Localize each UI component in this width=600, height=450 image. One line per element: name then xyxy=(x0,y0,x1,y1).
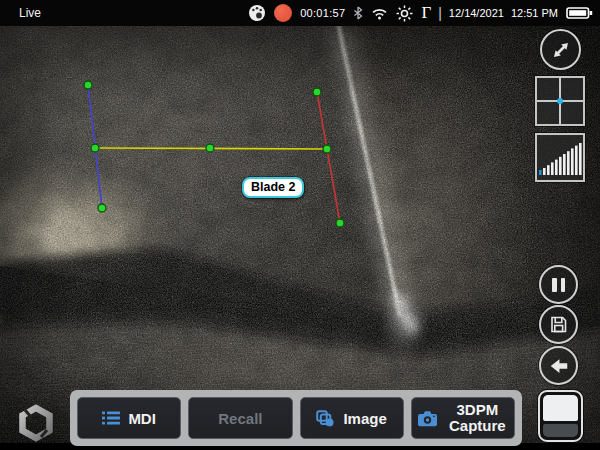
mdi-button-label: MDI xyxy=(128,410,156,427)
measurement-cursor-point[interactable] xyxy=(98,204,106,212)
top-status-bar: Live 00:01:57 xyxy=(0,0,600,26)
back-arrow-icon xyxy=(548,355,570,377)
back-button[interactable] xyxy=(539,346,578,385)
image-button[interactable]: Image xyxy=(300,397,404,439)
toggle-bottom-panel xyxy=(543,424,578,437)
zoom-level-bars-button[interactable] xyxy=(535,133,585,182)
mdi-list-icon xyxy=(102,411,120,425)
measurement-cursor-point[interactable] xyxy=(323,145,331,153)
expand-arrows-icon xyxy=(549,38,573,62)
recording-timer: 00:01:57 xyxy=(300,7,345,19)
battery-icon xyxy=(566,6,593,20)
mdi-button[interactable]: MDI xyxy=(77,397,181,439)
time-text: 12:51 PM xyxy=(511,7,558,19)
recall-button-label: Recall xyxy=(218,410,262,427)
separator: | xyxy=(438,5,442,21)
right-reference-line xyxy=(317,92,340,223)
pause-button[interactable] xyxy=(539,265,578,304)
floppy-save-icon xyxy=(548,314,569,335)
softkey-page-toggle-button[interactable] xyxy=(538,390,583,442)
crosshair-center-dot xyxy=(557,98,563,104)
brightness-icon xyxy=(396,5,413,22)
datetime: 12/14/2021 12:51 PM xyxy=(449,7,558,19)
3dpm-capture-button-label: 3DPM Capture xyxy=(446,402,508,435)
live-indicator-label: Live xyxy=(19,6,41,20)
crosshair-target-button[interactable] xyxy=(535,76,585,126)
live-video-view[interactable]: Blade 2 xyxy=(0,26,600,443)
expand-view-button[interactable] xyxy=(540,29,581,70)
blade-label[interactable]: Blade 2 xyxy=(242,177,304,198)
ascending-bars-icon xyxy=(538,139,582,177)
record-indicator xyxy=(274,4,292,22)
photos-icon xyxy=(316,410,335,427)
recall-button[interactable]: Recall xyxy=(188,397,292,439)
waygate-logo xyxy=(17,404,55,446)
save-button[interactable] xyxy=(539,305,578,344)
image-button-label: Image xyxy=(343,410,386,427)
softkey-bar: MDI Recall Image 3DPM Capture xyxy=(70,390,522,446)
measurement-cursor-point[interactable] xyxy=(206,144,214,152)
pause-icon xyxy=(552,278,565,292)
measurement-cursor-point[interactable] xyxy=(336,219,344,227)
wifi-icon xyxy=(371,7,388,20)
3dpm-capture-button[interactable]: 3DPM Capture xyxy=(411,397,515,439)
palette-icon xyxy=(248,4,266,22)
toggle-top-panel xyxy=(543,395,578,421)
camera-icon xyxy=(417,410,438,427)
measurement-cursor-point[interactable] xyxy=(91,144,99,152)
measurement-overlay[interactable] xyxy=(0,26,600,443)
status-icon-cluster: 00:01:57 Γ | 12/14/2021 xyxy=(248,0,593,26)
measurement-cursor-point[interactable] xyxy=(84,81,92,89)
borescope-screen: Blade 2 Live 00:01:57 xyxy=(0,0,600,450)
gamma-indicator: Γ xyxy=(421,4,431,21)
measurement-cursor-point[interactable] xyxy=(313,88,321,96)
bluetooth-icon xyxy=(353,6,363,20)
date-text: 12/14/2021 xyxy=(449,7,504,19)
